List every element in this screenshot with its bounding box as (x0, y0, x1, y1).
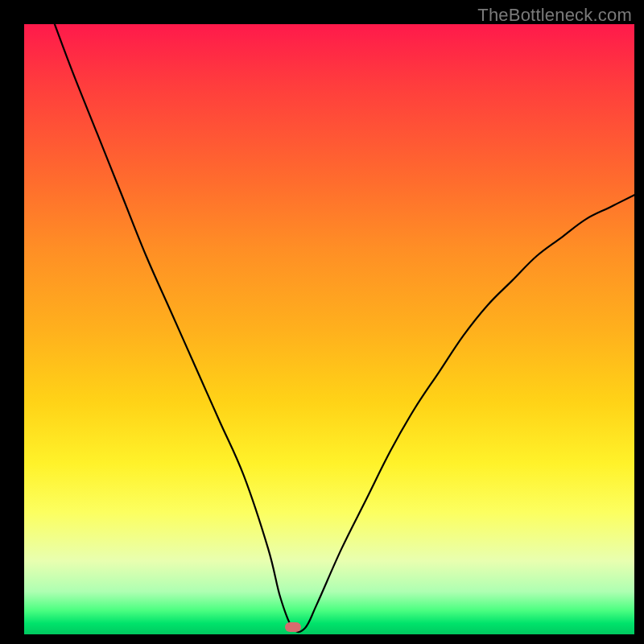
watermark-text: TheBottleneck.com (477, 5, 632, 26)
bottleneck-curve-path (55, 24, 634, 632)
chart-plot (24, 24, 634, 634)
chart-stage: TheBottleneck.com (0, 0, 644, 644)
minimum-marker (285, 622, 301, 632)
